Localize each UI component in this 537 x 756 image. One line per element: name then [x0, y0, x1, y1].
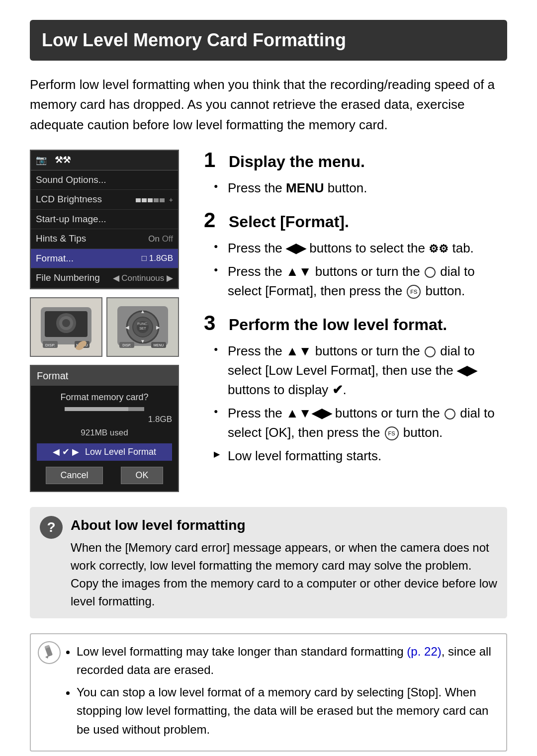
format-question: Format memory card?	[37, 391, 172, 404]
svg-text:DISP.: DISP.	[122, 343, 131, 347]
format-used: 921MB used	[37, 426, 172, 439]
format-cancel-button[interactable]: Cancel	[46, 467, 102, 484]
format-ok-button[interactable]: OK	[121, 467, 163, 484]
func-set-symbol-1: FS	[407, 285, 421, 299]
camera-tab-icon: 📷	[36, 154, 47, 167]
svg-text:FUNC.: FUNC.	[137, 322, 148, 326]
menu-row-sound: Sound Options...	[31, 170, 178, 190]
about-text: When the [Memory card error] message app…	[71, 539, 497, 610]
format-size: 1.8GB	[37, 413, 172, 426]
note-list: Low level formatting may take longer tha…	[66, 642, 496, 739]
step-2-section: 2 Select [Format]. Press the ◀▶ buttons …	[204, 210, 507, 301]
note-item-1: Low level formatting may take longer tha…	[77, 642, 496, 679]
menu-row-format: Format... □ 1.8GB	[31, 249, 178, 269]
step-3-bullet-2: Press the ▲▼◀▶ buttons or turn the dial …	[214, 404, 507, 442]
format-screen-mockup: Format Format memory card? 1.8GB 921MB u…	[30, 365, 179, 492]
step-2-bullet-2: Press the ▲▼ buttons or turn the dial to…	[214, 262, 507, 301]
about-content: About low level formatting When the [Mem…	[71, 515, 497, 610]
step-3-bullets: Press the ▲▼ buttons or turn the dial to…	[204, 341, 507, 466]
svg-text:▼: ▼	[140, 338, 145, 344]
note-link-p22[interactable]: (p. 22)	[407, 645, 441, 658]
step-1-bullets: Press the MENU button.	[204, 178, 507, 198]
func-set-symbol-2: FS	[385, 426, 399, 440]
wrench-tab-icon: ⚒⚒	[55, 154, 71, 167]
step-3-section: 3 Perform the low level format. Press th…	[204, 313, 507, 466]
step-3-number: 3	[204, 313, 222, 334]
step-1-header: 1 Display the menu.	[204, 150, 507, 173]
camera-right-image: FUNC. SET ▲ ▼ ◀ ▶ DISP. MENU	[106, 297, 179, 357]
menu-row-hints: Hints & Tips On Off	[31, 229, 178, 249]
note-icon	[38, 641, 61, 664]
menu-row-brightness: LCD Brightness +	[31, 190, 178, 210]
step-1-title: Display the menu.	[229, 150, 365, 173]
camera-images-area: DISP. MENU	[30, 297, 179, 357]
dial-symbol-1	[425, 267, 436, 278]
note-item-2: You can stop a low level format of a mem…	[77, 683, 496, 739]
svg-text:MENU: MENU	[154, 343, 164, 347]
step-3-bullet-1: Press the ▲▼ buttons or turn the dial to…	[214, 341, 507, 400]
note-box: Low level formatting may take longer tha…	[30, 633, 507, 752]
step-3-bullet-3: Low level formatting starts.	[214, 446, 507, 466]
camera-right-svg: FUNC. SET ▲ ▼ ◀ ▶ DISP. MENU	[107, 298, 178, 356]
svg-text:▶: ▶	[156, 325, 160, 330]
format-low-level-row: ◀ ✔ ▶ Low Level Format	[37, 443, 172, 461]
step-3-header: 3 Perform the low level format.	[204, 313, 507, 336]
step-1-section: 1 Display the menu. Press the MENU butto…	[204, 150, 507, 198]
menu-screen-mockup: 📷 ⚒⚒ Sound Options... LCD Brightness	[30, 150, 179, 289]
svg-text:◀: ◀	[125, 325, 129, 330]
svg-text:SET: SET	[139, 327, 146, 330]
camera-left-svg: DISP. MENU	[31, 298, 101, 356]
format-content-area: Format memory card? 1.8GB 921MB used ◀ ✔…	[31, 386, 178, 491]
dial-symbol-3	[445, 409, 455, 420]
left-column: 📷 ⚒⚒ Sound Options... LCD Brightness	[30, 150, 184, 492]
main-content-area: 📷 ⚒⚒ Sound Options... LCD Brightness	[30, 150, 507, 492]
format-progress-bar	[65, 407, 144, 411]
svg-point-4	[62, 319, 70, 327]
svg-text:DISP.: DISP.	[45, 343, 55, 347]
step-2-bullet-1: Press the ◀▶ buttons to select the ⚙⚙ ta…	[214, 239, 507, 258]
dial-symbol-2	[425, 346, 436, 357]
about-title: About low level formatting	[71, 515, 497, 536]
page-title: Low Level Memory Card Formatting	[30, 20, 507, 61]
step-1-number: 1	[204, 150, 222, 170]
step-2-title: Select [Format].	[229, 210, 349, 234]
format-title: Format	[31, 366, 178, 386]
step-3-title: Perform the low level format.	[229, 313, 447, 336]
menu-tab-bar: 📷 ⚒⚒	[31, 151, 178, 170]
step-1-bullet-1: Press the MENU button.	[214, 178, 507, 198]
wrench-tab-symbol: ⚙⚙	[429, 243, 448, 255]
step-2-bullets: Press the ◀▶ buttons to select the ⚙⚙ ta…	[204, 239, 507, 301]
about-box: ? About low level formatting When the [M…	[30, 507, 507, 618]
step-2-number: 2	[204, 210, 222, 231]
about-icon: ?	[40, 516, 63, 539]
menu-row-filenumbering: File Numbering ◀ Continuous ▶	[31, 268, 178, 288]
right-column: 1 Display the menu. Press the MENU butto…	[204, 150, 507, 492]
camera-left-image: DISP. MENU	[30, 297, 102, 357]
intro-paragraph: Perform low level formatting when you th…	[30, 75, 507, 135]
svg-marker-27	[45, 655, 49, 659]
note-pencil-icon	[38, 641, 61, 664]
format-progress-fill	[65, 407, 128, 411]
format-buttons-area: Cancel OK	[37, 465, 172, 486]
step-2-header: 2 Select [Format].	[204, 210, 507, 234]
svg-text:▲: ▲	[140, 309, 145, 314]
menu-row-startup: Start-up Image...	[31, 210, 178, 230]
